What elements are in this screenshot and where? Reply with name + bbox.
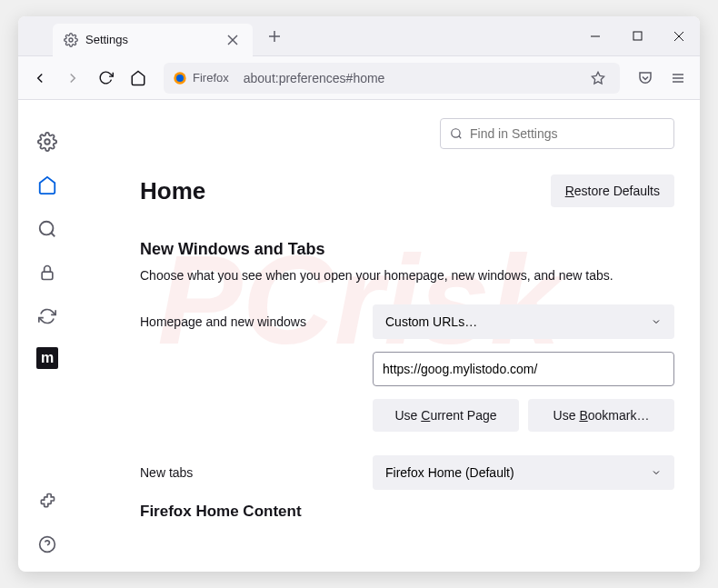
new-tab-button[interactable] <box>260 22 289 51</box>
toolbar: Firefox about:preferences#home <box>18 56 700 100</box>
svg-point-0 <box>69 38 73 42</box>
newtabs-select[interactable]: Firefox Home (Default) <box>373 455 674 490</box>
settings-search[interactable] <box>440 118 674 149</box>
restore-defaults-button[interactable]: Restore Defaults <box>551 174 674 207</box>
section-desc: Choose what you see when you open your h… <box>140 268 674 283</box>
svg-rect-18 <box>42 272 53 279</box>
newtabs-label: New tabs <box>140 465 358 480</box>
chevron-down-icon <box>651 467 662 478</box>
sidebar-search-icon[interactable] <box>35 216 60 242</box>
homepage-select[interactable]: Custom URLs… <box>373 304 674 339</box>
pocket-icon[interactable] <box>631 64 660 93</box>
close-button[interactable] <box>658 16 700 56</box>
identity-box[interactable]: Firefox <box>173 71 238 85</box>
sidebar: m <box>18 100 76 572</box>
minimize-button[interactable] <box>574 16 616 56</box>
main-content: Home Restore Defaults New Windows and Ta… <box>76 100 700 572</box>
home-button[interactable] <box>124 64 153 93</box>
sidebar-extensions-icon[interactable] <box>35 488 60 513</box>
gear-icon <box>64 33 78 47</box>
section-home-content-title: Firefox Home Content <box>140 503 674 521</box>
url-text: about:preferences#home <box>244 71 585 85</box>
svg-marker-11 <box>592 72 603 84</box>
page-title: Home <box>140 177 205 205</box>
svg-line-22 <box>459 136 462 139</box>
settings-search-input[interactable] <box>470 126 664 141</box>
content-area: PCrisk m Home Restore Defaults <box>18 100 700 572</box>
menu-button[interactable] <box>663 64 693 93</box>
chevron-down-icon <box>651 316 662 327</box>
svg-rect-6 <box>633 32 642 40</box>
homepage-label: Homepage and new windows <box>140 314 358 329</box>
sidebar-general-icon[interactable] <box>35 129 60 154</box>
newtabs-select-value: Firefox Home (Default) <box>385 465 514 480</box>
reload-button[interactable] <box>91 64 120 93</box>
search-icon <box>450 127 463 140</box>
svg-point-10 <box>176 75 184 82</box>
svg-line-17 <box>51 233 55 236</box>
bookmark-star-icon[interactable] <box>585 71 611 85</box>
sidebar-help-icon[interactable] <box>35 532 60 557</box>
use-current-page-button[interactable]: Use Current Page <box>373 399 519 432</box>
urlbar[interactable]: Firefox about:preferences#home <box>164 63 620 94</box>
window-controls <box>574 16 700 56</box>
sidebar-more-icon[interactable]: m <box>36 347 58 369</box>
section-new-windows-title: New Windows and Tabs <box>140 240 674 259</box>
homepage-select-value: Custom URLs… <box>385 314 477 329</box>
use-bookmark-button[interactable]: Use Bookmark… <box>528 399 674 432</box>
back-button[interactable] <box>25 64 55 93</box>
maximize-button[interactable] <box>616 16 658 56</box>
sidebar-privacy-icon[interactable] <box>35 260 60 285</box>
forward-button[interactable] <box>58 64 87 93</box>
identity-label: Firefox <box>193 71 229 85</box>
close-icon[interactable] <box>224 31 242 49</box>
svg-point-21 <box>452 129 460 137</box>
sidebar-sync-icon[interactable] <box>35 304 60 329</box>
svg-point-16 <box>40 222 54 235</box>
tab-settings[interactable]: Settings <box>53 24 253 56</box>
titlebar: Settings <box>18 16 700 56</box>
svg-point-15 <box>45 139 50 145</box>
tab-title: Settings <box>85 33 224 46</box>
firefox-icon <box>173 71 187 85</box>
browser-window: Settings Firefox about:preferences#home <box>18 16 700 572</box>
homepage-url-input[interactable] <box>373 352 674 386</box>
sidebar-home-icon[interactable] <box>35 173 60 198</box>
